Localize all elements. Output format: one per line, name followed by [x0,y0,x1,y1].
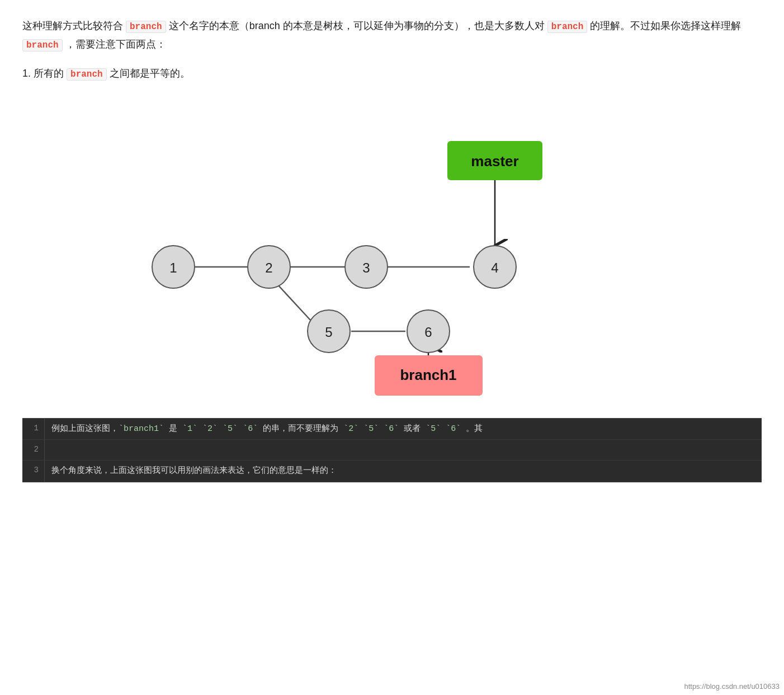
node-3-label: 3 [362,260,370,275]
line-content-3: 换个角度来说，上面这张图我可以用别的画法来表达，它们的意思是一样的： [45,461,343,482]
line-content-1: 例如上面这张图，`branch1` 是 `1` `2` `5` `6` 的串，而… [45,419,489,440]
point1-text: 1. 所有的 [22,68,64,79]
point1-text2: 之间都是平等的。 [110,68,190,79]
para1-part3: 的理解。不过如果你选择这样理解 [590,20,741,31]
edge-2-5 [277,284,310,320]
code-block: 1 例如上面这张图，`branch1` 是 `1` `2` `5` `6` 的串… [22,418,762,482]
line-num-1: 1 [22,419,45,440]
branch-inline-4: branch [67,68,107,81]
diagram-container: master branch1 1 2 3 4 5 6 [22,93,762,407]
para1-part1: 这种理解方式比较符合 [22,20,123,31]
paragraph-1: 这种理解方式比较符合 branch 这个名字的本意（branch 的本意是树枝，… [22,17,762,54]
main-content: 这种理解方式比较符合 branch 这个名字的本意（branch 的本意是树枝，… [0,0,784,482]
branch-inline-1: branch [126,21,166,33]
branch-inline-2: branch [547,21,588,33]
code-line-1: 1 例如上面这张图，`branch1` 是 `1` `2` `5` `6` 的串… [22,419,762,440]
node-6-label: 6 [424,325,432,340]
line-num-2: 2 [22,440,45,460]
para1-part4: ，需要注意下面两点： [65,39,166,50]
branch-inline-3: branch [22,39,63,51]
branch1-label: branch1 [400,367,456,383]
node-5-label: 5 [325,325,332,340]
node-1-label: 1 [169,260,177,275]
node-2-label: 2 [265,260,272,275]
code-line-3: 3 换个角度来说，上面这张图我可以用别的画法来表达，它们的意思是一样的： [22,461,762,482]
node-4-label: 4 [491,260,498,275]
master-label: master [471,153,518,170]
para1-part2: 这个名字的本意（branch 的本意是树枝，可以延伸为事物的分支），也是大多数人… [169,20,545,31]
diagram-svg: master branch1 1 2 3 4 5 6 [22,93,637,396]
code-line-2: 2 [22,440,762,461]
line-num-3: 3 [22,461,45,482]
point-1: 1. 所有的 branch 之间都是平等的。 [22,65,762,82]
line-content-2 [45,440,58,460]
